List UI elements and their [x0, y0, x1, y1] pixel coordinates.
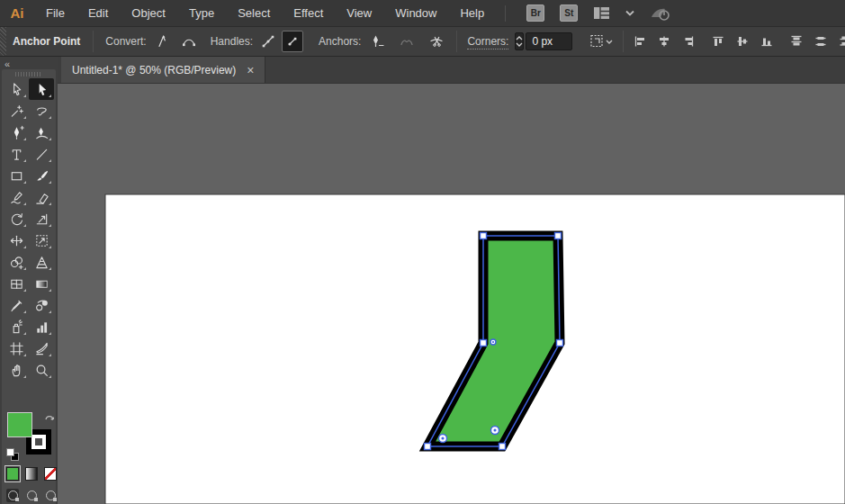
- rotate-tool[interactable]: [4, 208, 29, 230]
- anchor-point[interactable]: [481, 340, 487, 346]
- horizontal-align-left-button[interactable]: [633, 34, 647, 49]
- anchor-point[interactable]: [481, 233, 487, 239]
- convert-to-corner-button[interactable]: [152, 31, 174, 52]
- swap-fill-stroke-icon[interactable]: [44, 410, 55, 427]
- width-tool[interactable]: [4, 230, 29, 251]
- cut-path-at-anchors-button[interactable]: [426, 31, 447, 52]
- convert-buttons: [152, 31, 200, 52]
- anchor-point[interactable]: [557, 340, 563, 346]
- type-tool[interactable]: [4, 143, 29, 165]
- menu-item-view[interactable]: View: [335, 0, 383, 26]
- close-tab-icon[interactable]: ×: [247, 64, 254, 76]
- corners-label[interactable]: Corners:: [467, 35, 508, 48]
- vertical-distribute-bottom-button[interactable]: [838, 34, 845, 49]
- blend-tool[interactable]: [29, 294, 54, 316]
- tools-panel: «: [0, 57, 58, 504]
- perspective-grid-tool[interactable]: [29, 251, 54, 273]
- bridge-button[interactable]: Br: [526, 4, 544, 22]
- vertical-distribute-center-button[interactable]: [814, 34, 828, 49]
- hand-tool[interactable]: [4, 359, 29, 381]
- live-corner-widget-dot: [493, 428, 496, 431]
- slice-tool[interactable]: [29, 338, 54, 359]
- anchor-point[interactable]: [555, 233, 562, 239]
- corners-value-input[interactable]: [526, 32, 572, 50]
- menu-item-file[interactable]: File: [34, 0, 76, 26]
- fill-color-swatch[interactable]: [7, 412, 32, 437]
- none-button[interactable]: [44, 467, 57, 481]
- context-label: Anchor Point: [13, 35, 80, 48]
- tools-grip[interactable]: [15, 72, 42, 76]
- vertical-align-top-button[interactable]: [711, 34, 725, 49]
- free-transform-tool[interactable]: [29, 230, 54, 251]
- menu-item-help[interactable]: Help: [448, 0, 496, 26]
- rectangle-tool[interactable]: [4, 165, 29, 186]
- separator: [623, 31, 624, 52]
- artboard-tool[interactable]: [4, 338, 29, 359]
- gpu-performance-icon[interactable]: [650, 5, 671, 22]
- remove-selected-anchors-button[interactable]: [366, 31, 388, 52]
- magic-wand-tool[interactable]: [4, 100, 29, 122]
- anchor-buttons: [366, 31, 447, 52]
- fill-color-button[interactable]: [6, 467, 19, 481]
- vertical-align-center-button[interactable]: [735, 34, 750, 49]
- fill-stroke-swatches: [6, 410, 55, 463]
- main-menu: FileEditObjectTypeSelectEffectViewWindow…: [34, 0, 496, 26]
- menu-item-object[interactable]: Object: [120, 0, 177, 26]
- curvature-tool[interactable]: [29, 122, 54, 143]
- connect-selected-endpoints-button[interactable]: [396, 31, 418, 52]
- draw-behind-button[interactable]: [25, 489, 38, 502]
- separator: [456, 31, 457, 52]
- separator: [93, 31, 94, 52]
- draw-normal-button[interactable]: [6, 489, 19, 502]
- shaper-tool[interactable]: [4, 186, 29, 208]
- handle-buttons: [257, 31, 303, 52]
- symbol-sprayer-tool[interactable]: [4, 316, 29, 338]
- mesh-tool[interactable]: [4, 273, 29, 294]
- scale-tool[interactable]: [29, 208, 54, 230]
- menu-item-edit[interactable]: Edit: [76, 0, 120, 26]
- align-buttons: [633, 34, 845, 49]
- arrange-documents-icon[interactable]: [593, 6, 610, 20]
- show-handles-button[interactable]: [257, 31, 279, 52]
- anchor-point[interactable]: [425, 444, 431, 450]
- select-similar-objects-button[interactable]: [587, 31, 616, 52]
- gradient-button[interactable]: [25, 467, 38, 481]
- paintbrush-tool[interactable]: [29, 165, 54, 186]
- document-area: Untitled-1* @ 50% (RGB/Preview) ×: [58, 57, 845, 504]
- menu-item-window[interactable]: Window: [383, 0, 448, 26]
- zoom-tool[interactable]: [29, 359, 54, 381]
- draw-inside-button[interactable]: [44, 489, 57, 502]
- menu-item-type[interactable]: Type: [177, 0, 226, 26]
- gradient-tool[interactable]: [29, 273, 54, 294]
- menu-item-effect[interactable]: Effect: [282, 0, 335, 26]
- stock-button[interactable]: St: [560, 4, 578, 22]
- corners-stepper[interactable]: [515, 32, 524, 50]
- shape-builder-tool[interactable]: [4, 251, 29, 273]
- hide-handles-button[interactable]: [282, 31, 303, 52]
- canvas[interactable]: [58, 84, 845, 504]
- chevron-down-icon[interactable]: [625, 10, 634, 16]
- column-graph-tool[interactable]: [29, 316, 54, 338]
- illustrator-logo: Ai: [0, 5, 34, 21]
- selection-tool[interactable]: [4, 78, 29, 100]
- default-fill-stroke-icon[interactable]: [6, 448, 19, 461]
- menu-item-select[interactable]: Select: [226, 0, 282, 26]
- vertical-distribute-top-button[interactable]: [789, 34, 804, 49]
- direct-selection-tool[interactable]: [29, 78, 54, 100]
- menu-separator: [505, 5, 506, 22]
- lasso-tool[interactable]: [29, 100, 54, 122]
- anchor-point[interactable]: [499, 444, 506, 450]
- horizontal-align-center-button[interactable]: [657, 34, 671, 49]
- convert-to-smooth-button[interactable]: [178, 31, 200, 52]
- pen-tool[interactable]: [4, 122, 29, 143]
- collapse-panel-button[interactable]: «: [4, 58, 9, 69]
- eyedropper-tool[interactable]: [4, 294, 29, 316]
- document-tab[interactable]: Untitled-1* @ 50% (RGB/Preview) ×: [61, 57, 265, 83]
- vertical-align-bottom-button[interactable]: [760, 34, 774, 49]
- horizontal-align-right-button[interactable]: [681, 34, 696, 49]
- eraser-tool[interactable]: [29, 186, 54, 208]
- control-bar: Anchor Point Convert: Handles: Anchors: …: [0, 27, 845, 57]
- panel-grip[interactable]: [0, 27, 6, 57]
- appearance-buttons: [6, 467, 57, 481]
- line-segment-tool[interactable]: [29, 143, 54, 165]
